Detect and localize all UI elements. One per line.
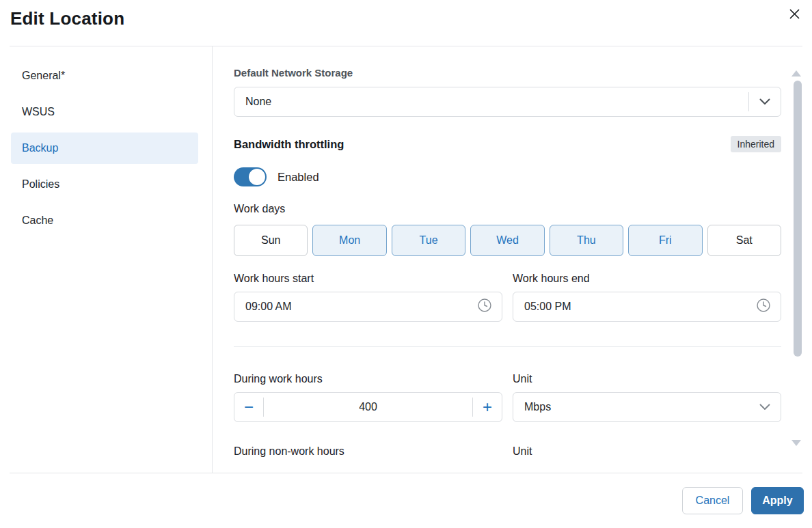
edit-location-dialog: Edit Location General* WSUS Backup Polic… — [0, 0, 812, 528]
work-hours-end-input[interactable]: 05:00 PM — [513, 292, 781, 322]
settings-sidebar: General* WSUS Backup Policies Cache — [0, 46, 213, 473]
work-hours-end-label: Work hours end — [513, 273, 781, 285]
chevron-down-icon — [749, 404, 781, 411]
bandwidth-throttling-title: Bandwidth throttling — [234, 138, 344, 151]
work-hours-start-input[interactable]: 09:00 AM — [234, 292, 502, 322]
unit-label: Unit — [513, 373, 781, 385]
close-button[interactable] — [785, 5, 804, 25]
dialog-header: Edit Location — [0, 0, 812, 46]
backup-settings-panel: Default Network Storage None Bandwidth t… — [213, 46, 812, 473]
unit-label: Unit — [513, 445, 781, 458]
workday-fri[interactable]: Fri — [628, 225, 702, 256]
default-network-storage-select[interactable]: None — [234, 87, 781, 117]
dialog-title: Edit Location — [10, 8, 124, 29]
scrollbar-thumb[interactable] — [794, 81, 802, 357]
work-hours-start-value: 09:00 AM — [245, 301, 292, 313]
toggle-label: Enabled — [278, 171, 319, 184]
work-hours-end-value: 05:00 PM — [524, 301, 571, 313]
close-icon — [789, 8, 800, 22]
footer-divider — [10, 473, 802, 473]
workday-sat[interactable]: Sat — [707, 225, 781, 256]
workday-mon[interactable]: Mon — [312, 225, 386, 256]
unit-select[interactable]: Mbps — [513, 392, 781, 422]
work-hours-start-label: Work hours start — [234, 273, 502, 285]
clock-icon[interactable] — [756, 298, 771, 316]
decrement-button[interactable]: − — [234, 393, 263, 421]
work-days-group: Sun Mon Tue Wed Thu Fri Sat — [234, 225, 781, 256]
workday-wed[interactable]: Wed — [470, 225, 544, 256]
section-divider — [234, 346, 781, 347]
unit-value: Mbps — [513, 401, 749, 413]
workday-tue[interactable]: Tue — [392, 225, 465, 256]
inherited-badge: Inherited — [731, 136, 781, 152]
scrollbar-down-arrow[interactable] — [791, 440, 801, 446]
sidebar-item-general[interactable]: General* — [11, 60, 198, 92]
workday-thu[interactable]: Thu — [550, 225, 623, 256]
sidebar-item-policies[interactable]: Policies — [11, 169, 198, 200]
chevron-down-icon — [749, 98, 781, 105]
increment-button[interactable]: + — [473, 393, 502, 421]
during-non-work-hours-label: During non-work hours — [234, 445, 502, 458]
workday-sun[interactable]: Sun — [234, 225, 308, 256]
default-network-storage-label: Default Network Storage — [234, 67, 781, 79]
cancel-button[interactable]: Cancel — [682, 487, 743, 514]
default-network-storage-value: None — [234, 96, 748, 108]
dialog-footer: Cancel Apply — [0, 473, 812, 528]
work-days-label: Work days — [234, 203, 781, 215]
during-work-hours-stepper: − 400 + — [234, 392, 502, 422]
sidebar-item-cache[interactable]: Cache — [11, 205, 198, 236]
sidebar-item-wsus[interactable]: WSUS — [11, 96, 198, 128]
toggle-knob — [249, 169, 265, 185]
during-work-hours-value[interactable]: 400 — [264, 401, 472, 413]
apply-button[interactable]: Apply — [751, 487, 804, 514]
clock-icon[interactable] — [477, 298, 492, 316]
bandwidth-enabled-toggle[interactable] — [234, 167, 267, 186]
scrollbar-up-arrow[interactable] — [791, 70, 801, 77]
during-work-hours-label: During work hours — [234, 373, 502, 385]
sidebar-item-backup[interactable]: Backup — [11, 133, 198, 164]
